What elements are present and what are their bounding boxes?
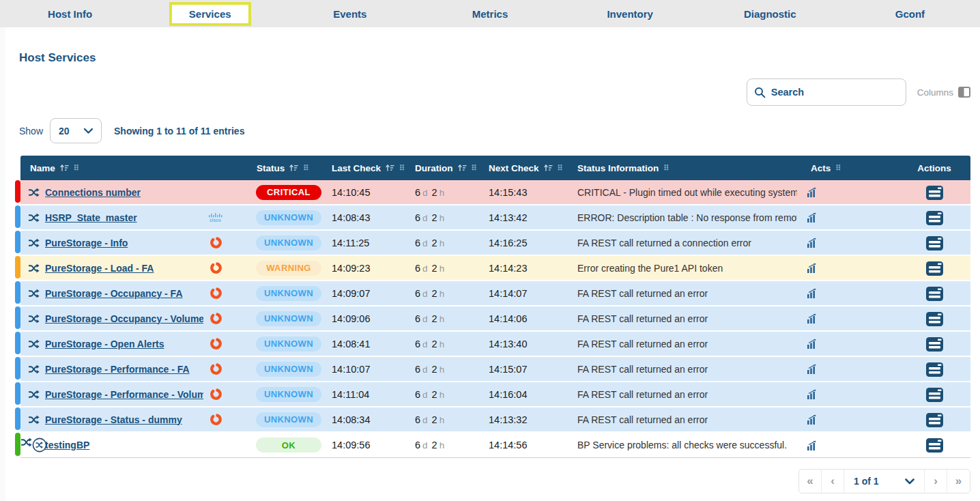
tab-inventory[interactable]: Inventory <box>560 0 700 27</box>
service-link[interactable]: testingBP <box>45 440 203 450</box>
table-row[interactable]: Connections number cisco CRITICAL 14:10:… <box>20 180 970 205</box>
graph-icon[interactable] <box>807 414 819 425</box>
service-link[interactable]: PureStorage - Status - dummy <box>45 414 203 425</box>
next-check-value: 14:13:42 <box>483 212 572 223</box>
table-row[interactable]: HSRP_State_master cisco UNKNOWN 14:08:43… <box>20 205 970 231</box>
graph-icon[interactable] <box>807 389 819 399</box>
column-header-status-information[interactable]: Status Information ⠿ <box>572 163 797 173</box>
status-badge: UNKNOWN <box>256 286 321 301</box>
page-title: Host Services <box>19 51 980 65</box>
graph-icon[interactable] <box>807 288 819 298</box>
service-details-icon[interactable] <box>925 412 944 428</box>
tab-gconf[interactable]: Gconf <box>840 0 980 27</box>
status-badge: WARNING <box>256 261 321 276</box>
page-size-select[interactable]: 20 <box>50 118 102 143</box>
tab-metrics[interactable]: Metrics <box>420 0 560 27</box>
table-row[interactable]: PureStorage - Load - FA cisco WARNING 14… <box>20 256 970 281</box>
sort-icon[interactable] <box>458 164 467 172</box>
tab-label: Inventory <box>600 3 660 25</box>
drag-handle-icon[interactable]: ⠿ <box>472 164 476 173</box>
column-header-duration[interactable]: Duration ⠿ <box>409 163 483 173</box>
drag-handle-icon[interactable]: ⠿ <box>74 164 78 173</box>
service-details-icon[interactable] <box>925 235 944 251</box>
page-select[interactable]: 1 of 1 <box>844 470 925 493</box>
graph-icon[interactable] <box>807 212 819 223</box>
search-input[interactable] <box>771 87 887 98</box>
graph-icon[interactable] <box>807 364 819 374</box>
sort-icon[interactable] <box>386 164 394 172</box>
graph-icon[interactable] <box>807 238 819 248</box>
drag-handle-icon[interactable]: ⠿ <box>303 164 308 173</box>
service-details-icon[interactable] <box>925 184 944 201</box>
table-row[interactable]: PureStorage - Occupancy - Volume du cisc… <box>20 306 970 332</box>
service-details-icon[interactable] <box>925 311 944 327</box>
purestorage-logo-icon <box>210 362 222 375</box>
next-page-button[interactable]: › <box>925 470 947 493</box>
service-details-icon[interactable] <box>925 210 944 226</box>
service-details-icon[interactable] <box>925 386 944 403</box>
drag-handle-icon[interactable]: ⠿ <box>663 164 668 173</box>
status-information: FA REST call returned an error <box>572 313 797 324</box>
column-header-name[interactable]: Name ⠿ <box>20 163 251 173</box>
service-details-icon[interactable] <box>925 437 944 453</box>
last-check-value: 14:08:43 <box>326 212 409 223</box>
duration-value: 6d2h <box>409 364 483 375</box>
table-row[interactable]: PureStorage - Open Alerts cisco UNKNOWN … <box>20 332 970 357</box>
service-link[interactable]: PureStorage - Occupancy - FA <box>45 288 203 299</box>
showing-entries-text: Showing 1 to 11 of 11 entries <box>114 126 244 137</box>
prev-page-button[interactable]: ‹ <box>822 470 844 493</box>
table-row[interactable]: PureStorage - Occupancy - FA cisco UNKNO… <box>20 281 970 306</box>
column-header-next-check[interactable]: Next Check ⠿ <box>483 163 572 173</box>
tab-diagnostic[interactable]: Diagnostic <box>700 0 840 27</box>
service-link[interactable]: PureStorage - Open Alerts <box>45 339 203 349</box>
next-check-value: 14:16:25 <box>483 238 572 248</box>
service-details-icon[interactable] <box>925 336 944 352</box>
status-badge: UNKNOWN <box>256 311 321 326</box>
service-details-icon[interactable] <box>925 361 944 377</box>
tab-host-info[interactable]: Host Info <box>0 0 140 27</box>
table-row[interactable]: testingBP cisco OK 14:09:56 6d2h 14:14:5… <box>20 433 970 458</box>
table-row[interactable]: PureStorage - Info cisco UNKNOWN 14:11:2… <box>20 231 970 256</box>
sort-icon[interactable] <box>60 164 69 172</box>
column-header-status[interactable]: Status ⠿ <box>251 163 326 173</box>
status-information: CRITICAL - Plugin timed out while execut… <box>572 187 797 198</box>
purestorage-logo-icon <box>210 413 222 426</box>
service-link[interactable]: HSRP_State_master <box>45 212 203 223</box>
column-label: Actions <box>917 163 951 173</box>
table-row[interactable]: PureStorage - Performance - FA cisco UNK… <box>20 357 970 382</box>
tab-events[interactable]: Events <box>280 0 420 27</box>
table-row[interactable]: PureStorage - Performance - Volume d cis… <box>20 382 970 407</box>
sort-icon[interactable] <box>289 164 298 172</box>
graph-icon[interactable] <box>807 263 819 273</box>
column-header-acts[interactable]: Acts ⠿ <box>797 163 893 173</box>
graph-icon[interactable] <box>807 313 819 324</box>
service-details-icon[interactable] <box>925 285 944 302</box>
columns-button[interactable]: Columns <box>917 87 970 98</box>
table-row[interactable]: PureStorage - Status - dummy cisco UNKNO… <box>20 407 970 433</box>
tab-services[interactable]: Services <box>140 0 280 27</box>
drag-handle-icon[interactable]: ⠿ <box>835 164 840 173</box>
service-link[interactable]: PureStorage - Load - FA <box>45 263 203 274</box>
service-link[interactable]: Connections number <box>45 187 203 198</box>
service-link[interactable]: PureStorage - Occupancy - Volume du <box>45 313 203 324</box>
service-link[interactable]: PureStorage - Performance - Volume d <box>45 389 203 400</box>
service-link[interactable]: PureStorage - Performance - FA <box>45 364 203 375</box>
search-box[interactable] <box>747 78 906 106</box>
duration-value: 6d2h <box>409 187 483 198</box>
sort-icon[interactable] <box>544 164 553 172</box>
table-body: Connections number cisco CRITICAL 14:10:… <box>20 180 970 458</box>
graph-icon[interactable] <box>807 187 819 197</box>
column-header-last-check[interactable]: Last Check ⠿ <box>326 163 409 173</box>
first-page-button[interactable]: « <box>799 470 822 493</box>
severity-bar <box>15 382 20 405</box>
drag-handle-icon[interactable]: ⠿ <box>399 164 404 173</box>
drag-handle-icon[interactable]: ⠿ <box>558 164 562 173</box>
last-page-button[interactable]: » <box>947 470 970 493</box>
status-badge: UNKNOWN <box>256 210 321 225</box>
graph-icon[interactable] <box>807 440 819 450</box>
service-details-icon[interactable] <box>925 260 944 276</box>
severity-bar <box>15 231 20 253</box>
next-check-value: 14:16:04 <box>483 389 572 400</box>
service-link[interactable]: PureStorage - Info <box>45 238 203 248</box>
graph-icon[interactable] <box>807 339 819 349</box>
